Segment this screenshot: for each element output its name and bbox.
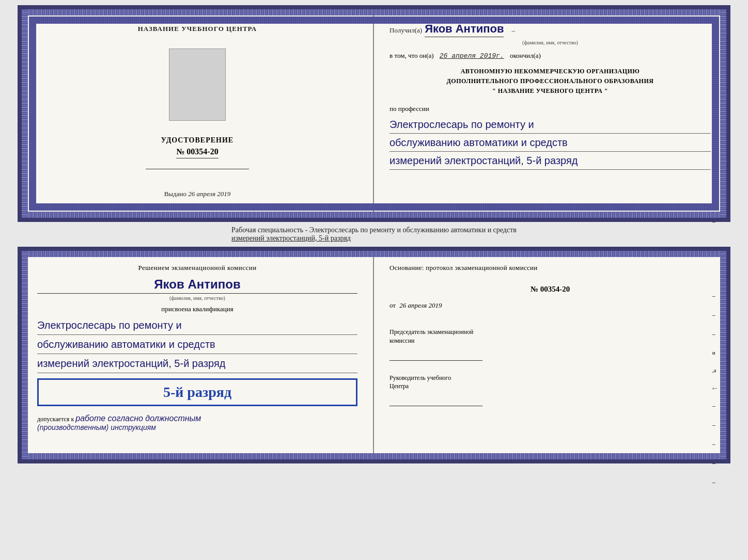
qual-line1: Электрослесарь по ремонту и bbox=[37, 316, 357, 335]
chairman-title-line1: Председатель экзаменационной bbox=[389, 328, 711, 337]
po-professii-label: по профессии bbox=[389, 105, 711, 113]
finished-date: 26 апреля 2019г. bbox=[440, 52, 504, 60]
dash4: и bbox=[712, 108, 717, 114]
poluchil-label: Получил(а) bbox=[389, 26, 422, 35]
dash10: – bbox=[712, 218, 717, 226]
right-dashes-bottom: – – – и ,а ‹– – – – – – bbox=[712, 292, 717, 486]
org-title-left: НАЗВАНИЕ УЧЕБНОГО ЦЕНТРА bbox=[138, 25, 257, 33]
in-that-line: в том, что он(а) 26 апреля 2019г. окончи… bbox=[389, 52, 711, 60]
bottom-right: Основание: протокол экзаменационной коми… bbox=[374, 251, 726, 459]
bottom-document: Решением экзаменационной комиссии Яков А… bbox=[18, 247, 730, 463]
bdash6: ‹– bbox=[712, 385, 717, 391]
left-half: НАЗВАНИЕ УЧЕБНОГО ЦЕНТРА УДОСТОВЕРЕНИЕ №… bbox=[22, 9, 374, 218]
dash5: ,а bbox=[712, 125, 717, 132]
separator-block: Рабочая специальность - Электрослесарь п… bbox=[200, 223, 548, 246]
prisvoena-label: присвоена квалификация bbox=[37, 305, 357, 313]
bdash9: – bbox=[712, 440, 717, 448]
profession-line2: обслуживанию автоматики и средств bbox=[389, 134, 711, 152]
bdash3: – bbox=[712, 330, 717, 338]
dopuskaetsya-label: допускается к bbox=[37, 415, 74, 423]
chairman-block: Председатель экзаменационной комиссии bbox=[389, 328, 711, 363]
bdash4: и bbox=[712, 349, 717, 356]
separator-line2: измерений электростанций, 5-й разряд bbox=[231, 234, 517, 243]
qual-line2: обслуживанию автоматики и средств bbox=[37, 335, 357, 354]
org-line1: АВТОНОМНУЮ НЕКОММЕРЧЕСКУЮ ОРГАНИЗАЦИЮ bbox=[389, 67, 711, 76]
dash2: – bbox=[712, 70, 717, 77]
org-line2: ДОПОЛНИТЕЛЬНОГО ПРОФЕССИОНАЛЬНОГО ОБРАЗО… bbox=[389, 76, 711, 86]
bdash11: – bbox=[712, 478, 717, 486]
decision-text: Решением экзаменационной комиссии bbox=[37, 264, 357, 272]
proto-no: № 00354-20 bbox=[389, 285, 711, 294]
okончил-label: окончил(а) bbox=[510, 52, 541, 59]
chairman-title: Председатель экзаменационной комиссии bbox=[389, 328, 711, 345]
ruk-title-line2: Центра bbox=[389, 382, 711, 391]
org-line3: " НАЗВАНИЕ УЧЕБНОГО ЦЕНТРА " bbox=[389, 86, 711, 96]
photo-placeholder bbox=[169, 49, 226, 121]
ruk-signature-line bbox=[389, 393, 482, 406]
ot-label: от bbox=[389, 301, 396, 309]
proto-date: 26 апреля 2019 bbox=[399, 301, 442, 309]
chairman-signature-line bbox=[389, 348, 482, 361]
right-half: Получил(а) Яков Антипов – (фамилия, имя,… bbox=[374, 9, 726, 218]
chairman-title-line2: комиссии bbox=[389, 337, 711, 345]
bdash10: – bbox=[712, 459, 717, 467]
separator-line1: Рабочая специальность - Электрослесарь п… bbox=[231, 226, 517, 234]
mp-label: М.П. bbox=[35, 202, 48, 210]
dash6: ‹– bbox=[712, 143, 717, 149]
grade-text: 5-й разряд bbox=[48, 384, 347, 401]
cert-number-block: УДОСТОВЕРЕНИЕ № 00354-20 bbox=[161, 136, 233, 158]
dash3: – bbox=[712, 89, 717, 97]
bdash5: ,а bbox=[712, 367, 717, 373]
fio-label-top: (фамилия, имя, отчество) bbox=[389, 40, 711, 45]
vydano-label: Выдано bbox=[164, 190, 186, 198]
profession-line3: измерений электростанций, 5-й разряд bbox=[389, 152, 711, 170]
vydano-date: 26 апреля 2019 bbox=[188, 190, 230, 198]
work-text2: (производственным) инструкциям bbox=[37, 423, 357, 431]
top-document: НАЗВАНИЕ УЧЕБНОГО ЦЕНТРА УДОСТОВЕРЕНИЕ №… bbox=[18, 5, 730, 222]
qual-line3: измерений электростанций, 5-й разряд bbox=[37, 354, 357, 373]
udost-label: УДОСТОВЕРЕНИЕ bbox=[161, 136, 233, 145]
profession-text: Электрослесарь по ремонту и обслуживанию… bbox=[389, 116, 711, 170]
osnov-text: Основание: протокол экзаменационной коми… bbox=[389, 264, 711, 272]
qualification-text: Электрослесарь по ремонту и обслуживанию… bbox=[37, 316, 357, 373]
page-wrapper: НАЗВАНИЕ УЧЕБНОГО ЦЕНТРА УДОСТОВЕРЕНИЕ №… bbox=[5, 5, 743, 463]
grade-badge: 5-й разряд bbox=[37, 378, 357, 406]
bottom-left: Решением экзаменационной комиссии Яков А… bbox=[22, 251, 374, 459]
fio-label-bottom: (фамилия, имя, отчество) bbox=[37, 295, 357, 301]
v-tom-chto-label: в том, что он(а) bbox=[389, 52, 434, 59]
org-block: АВТОНОМНУЮ НЕКОММЕРЧЕСКУЮ ОРГАНИЗАЦИЮ ДО… bbox=[389, 67, 711, 97]
bdash7: – bbox=[712, 402, 717, 410]
recipient-name: Яков Антипов bbox=[425, 22, 504, 37]
dash7: – bbox=[712, 161, 717, 168]
right-dashes-top: – – – и ,а ‹– – – – – bbox=[712, 51, 717, 226]
received-line: Получил(а) Яков Антипов – bbox=[389, 22, 711, 37]
dash8: – bbox=[712, 180, 717, 187]
ruk-title: Руководитель учебного Центра bbox=[389, 374, 711, 391]
profession-line1: Электрослесарь по ремонту и bbox=[389, 116, 711, 134]
bottom-name: Яков Антипов bbox=[37, 277, 357, 294]
dash9: – bbox=[712, 199, 717, 206]
cert-number: № 00354-20 bbox=[176, 147, 218, 158]
work-text: работе согласно должностным bbox=[75, 414, 201, 423]
proto-from: от 26 апреля 2019 bbox=[389, 301, 711, 310]
ruk-title-line1: Руководитель учебного bbox=[389, 374, 711, 382]
dopuskaetsya-block: допускается к работе согласно должностны… bbox=[37, 414, 357, 423]
cert-issued: Выдано 26 апреля 2019 bbox=[164, 190, 231, 198]
ruk-block: Руководитель учебного Центра bbox=[389, 374, 711, 409]
bdash2: – bbox=[712, 311, 717, 319]
dash1: – bbox=[712, 51, 717, 58]
bdash8: – bbox=[712, 421, 717, 429]
bdash1: – bbox=[712, 292, 717, 300]
